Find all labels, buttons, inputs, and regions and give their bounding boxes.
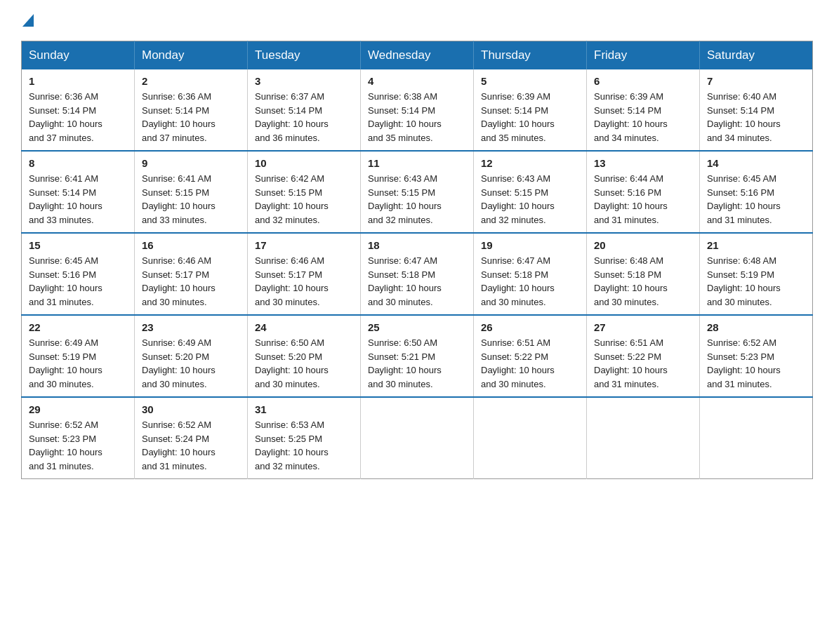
day-number: 9 bbox=[142, 157, 240, 169]
day-info: Sunrise: 6:50 AMSunset: 5:20 PMDaylight:… bbox=[255, 336, 353, 391]
calendar-cell: 18Sunrise: 6:47 AMSunset: 5:18 PMDayligh… bbox=[361, 233, 474, 315]
day-number: 11 bbox=[368, 157, 466, 169]
calendar-cell: 20Sunrise: 6:48 AMSunset: 5:18 PMDayligh… bbox=[587, 233, 700, 315]
day-number: 3 bbox=[255, 75, 353, 87]
calendar-cell: 23Sunrise: 6:49 AMSunset: 5:20 PMDayligh… bbox=[135, 315, 248, 397]
day-info: Sunrise: 6:43 AMSunset: 5:15 PMDaylight:… bbox=[481, 172, 579, 227]
calendar-table: Sunday Monday Tuesday Wednesday Thursday… bbox=[21, 41, 813, 479]
day-info: Sunrise: 6:51 AMSunset: 5:22 PMDaylight:… bbox=[594, 336, 692, 391]
logo-triangle-icon bbox=[22, 14, 34, 27]
day-info: Sunrise: 6:37 AMSunset: 5:14 PMDaylight:… bbox=[255, 90, 353, 145]
calendar-cell: 17Sunrise: 6:46 AMSunset: 5:17 PMDayligh… bbox=[248, 233, 361, 315]
calendar-cell: 28Sunrise: 6:52 AMSunset: 5:23 PMDayligh… bbox=[700, 315, 813, 397]
day-info: Sunrise: 6:42 AMSunset: 5:15 PMDaylight:… bbox=[255, 172, 353, 227]
day-number: 19 bbox=[481, 239, 579, 251]
calendar-cell: 5Sunrise: 6:39 AMSunset: 5:14 PMDaylight… bbox=[474, 69, 587, 151]
day-info: Sunrise: 6:44 AMSunset: 5:16 PMDaylight:… bbox=[594, 172, 692, 227]
calendar-cell: 30Sunrise: 6:52 AMSunset: 5:24 PMDayligh… bbox=[135, 397, 248, 479]
day-number: 30 bbox=[142, 403, 240, 415]
day-info: Sunrise: 6:45 AMSunset: 5:16 PMDaylight:… bbox=[707, 172, 805, 227]
day-info: Sunrise: 6:46 AMSunset: 5:17 PMDaylight:… bbox=[142, 254, 240, 309]
day-info: Sunrise: 6:48 AMSunset: 5:19 PMDaylight:… bbox=[707, 254, 805, 309]
day-number: 18 bbox=[368, 239, 466, 251]
day-info: Sunrise: 6:51 AMSunset: 5:22 PMDaylight:… bbox=[481, 336, 579, 391]
day-info: Sunrise: 6:48 AMSunset: 5:18 PMDaylight:… bbox=[594, 254, 692, 309]
col-tuesday: Tuesday bbox=[248, 41, 361, 70]
day-info: Sunrise: 6:41 AMSunset: 5:15 PMDaylight:… bbox=[142, 172, 240, 227]
calendar-cell: 12Sunrise: 6:43 AMSunset: 5:15 PMDayligh… bbox=[474, 151, 587, 233]
day-number: 10 bbox=[255, 157, 353, 169]
calendar-cell: 14Sunrise: 6:45 AMSunset: 5:16 PMDayligh… bbox=[700, 151, 813, 233]
calendar-cell: 9Sunrise: 6:41 AMSunset: 5:15 PMDaylight… bbox=[135, 151, 248, 233]
calendar-cell: 22Sunrise: 6:49 AMSunset: 5:19 PMDayligh… bbox=[22, 315, 135, 397]
calendar-cell bbox=[361, 397, 474, 479]
calendar-cell: 21Sunrise: 6:48 AMSunset: 5:19 PMDayligh… bbox=[700, 233, 813, 315]
calendar-cell: 26Sunrise: 6:51 AMSunset: 5:22 PMDayligh… bbox=[474, 315, 587, 397]
day-info: Sunrise: 6:50 AMSunset: 5:21 PMDaylight:… bbox=[368, 336, 466, 391]
day-number: 1 bbox=[29, 75, 127, 87]
calendar-cell bbox=[700, 397, 813, 479]
day-info: Sunrise: 6:47 AMSunset: 5:18 PMDaylight:… bbox=[481, 254, 579, 309]
calendar-cell: 2Sunrise: 6:36 AMSunset: 5:14 PMDaylight… bbox=[135, 69, 248, 151]
calendar-week-row: 1Sunrise: 6:36 AMSunset: 5:14 PMDaylight… bbox=[22, 69, 813, 151]
calendar-week-row: 8Sunrise: 6:41 AMSunset: 5:14 PMDaylight… bbox=[22, 151, 813, 233]
calendar-cell: 29Sunrise: 6:52 AMSunset: 5:23 PMDayligh… bbox=[22, 397, 135, 479]
day-info: Sunrise: 6:39 AMSunset: 5:14 PMDaylight:… bbox=[481, 90, 579, 145]
calendar-cell bbox=[474, 397, 587, 479]
day-info: Sunrise: 6:38 AMSunset: 5:14 PMDaylight:… bbox=[368, 90, 466, 145]
day-number: 27 bbox=[594, 321, 692, 333]
col-friday: Friday bbox=[587, 41, 700, 70]
day-number: 5 bbox=[481, 75, 579, 87]
calendar-cell: 25Sunrise: 6:50 AMSunset: 5:21 PMDayligh… bbox=[361, 315, 474, 397]
col-saturday: Saturday bbox=[700, 41, 813, 70]
calendar-cell: 3Sunrise: 6:37 AMSunset: 5:14 PMDaylight… bbox=[248, 69, 361, 151]
day-info: Sunrise: 6:39 AMSunset: 5:14 PMDaylight:… bbox=[594, 90, 692, 145]
calendar-body: 1Sunrise: 6:36 AMSunset: 5:14 PMDaylight… bbox=[22, 69, 813, 479]
day-number: 31 bbox=[255, 403, 353, 415]
header bbox=[21, 14, 813, 29]
day-number: 16 bbox=[142, 239, 240, 251]
day-number: 7 bbox=[707, 75, 805, 87]
day-number: 12 bbox=[481, 157, 579, 169]
day-number: 20 bbox=[594, 239, 692, 251]
calendar-cell: 1Sunrise: 6:36 AMSunset: 5:14 PMDaylight… bbox=[22, 69, 135, 151]
logo bbox=[21, 14, 34, 29]
day-info: Sunrise: 6:53 AMSunset: 5:25 PMDaylight:… bbox=[255, 418, 353, 473]
calendar-cell: 16Sunrise: 6:46 AMSunset: 5:17 PMDayligh… bbox=[135, 233, 248, 315]
day-number: 29 bbox=[29, 403, 127, 415]
calendar-cell: 11Sunrise: 6:43 AMSunset: 5:15 PMDayligh… bbox=[361, 151, 474, 233]
day-info: Sunrise: 6:43 AMSunset: 5:15 PMDaylight:… bbox=[368, 172, 466, 227]
calendar-week-row: 29Sunrise: 6:52 AMSunset: 5:23 PMDayligh… bbox=[22, 397, 813, 479]
day-info: Sunrise: 6:47 AMSunset: 5:18 PMDaylight:… bbox=[368, 254, 466, 309]
col-monday: Monday bbox=[135, 41, 248, 70]
day-info: Sunrise: 6:52 AMSunset: 5:23 PMDaylight:… bbox=[707, 336, 805, 391]
calendar-cell: 19Sunrise: 6:47 AMSunset: 5:18 PMDayligh… bbox=[474, 233, 587, 315]
day-number: 26 bbox=[481, 321, 579, 333]
day-number: 6 bbox=[594, 75, 692, 87]
calendar-cell: 24Sunrise: 6:50 AMSunset: 5:20 PMDayligh… bbox=[248, 315, 361, 397]
day-info: Sunrise: 6:45 AMSunset: 5:16 PMDaylight:… bbox=[29, 254, 127, 309]
day-info: Sunrise: 6:41 AMSunset: 5:14 PMDaylight:… bbox=[29, 172, 127, 227]
calendar-cell bbox=[587, 397, 700, 479]
day-number: 2 bbox=[142, 75, 240, 87]
calendar-cell: 10Sunrise: 6:42 AMSunset: 5:15 PMDayligh… bbox=[248, 151, 361, 233]
calendar-cell: 8Sunrise: 6:41 AMSunset: 5:14 PMDaylight… bbox=[22, 151, 135, 233]
day-number: 4 bbox=[368, 75, 466, 87]
day-info: Sunrise: 6:49 AMSunset: 5:19 PMDaylight:… bbox=[29, 336, 127, 391]
day-number: 15 bbox=[29, 239, 127, 251]
col-sunday: Sunday bbox=[22, 41, 135, 70]
day-number: 17 bbox=[255, 239, 353, 251]
calendar-cell: 7Sunrise: 6:40 AMSunset: 5:14 PMDaylight… bbox=[700, 69, 813, 151]
day-info: Sunrise: 6:36 AMSunset: 5:14 PMDaylight:… bbox=[29, 90, 127, 145]
day-info: Sunrise: 6:36 AMSunset: 5:14 PMDaylight:… bbox=[142, 90, 240, 145]
day-number: 22 bbox=[29, 321, 127, 333]
day-number: 28 bbox=[707, 321, 805, 333]
day-number: 13 bbox=[594, 157, 692, 169]
day-info: Sunrise: 6:46 AMSunset: 5:17 PMDaylight:… bbox=[255, 254, 353, 309]
col-wednesday: Wednesday bbox=[361, 41, 474, 70]
day-info: Sunrise: 6:40 AMSunset: 5:14 PMDaylight:… bbox=[707, 90, 805, 145]
day-number: 21 bbox=[707, 239, 805, 251]
calendar-cell: 27Sunrise: 6:51 AMSunset: 5:22 PMDayligh… bbox=[587, 315, 700, 397]
day-number: 14 bbox=[707, 157, 805, 169]
calendar-week-row: 22Sunrise: 6:49 AMSunset: 5:19 PMDayligh… bbox=[22, 315, 813, 397]
